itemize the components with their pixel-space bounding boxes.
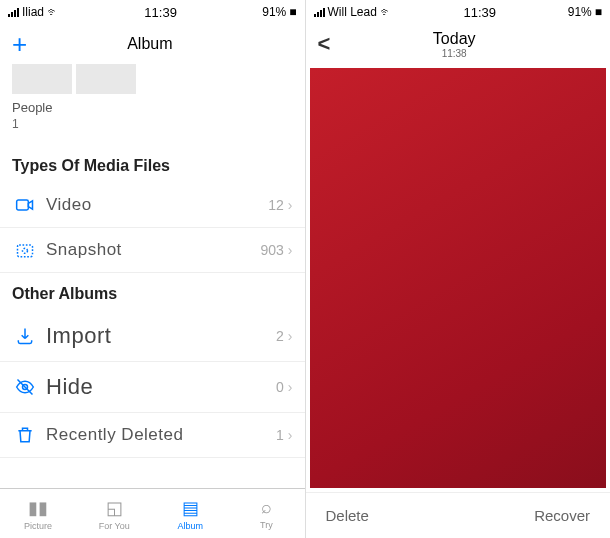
delete-button[interactable]: Delete: [326, 507, 369, 524]
recover-button[interactable]: Recover: [534, 507, 590, 524]
svg-point-2: [23, 248, 28, 253]
battery-icon: ■: [289, 5, 296, 19]
battery-pct: 91%: [568, 5, 592, 19]
import-icon: [12, 326, 38, 346]
row-label: Video: [38, 195, 268, 215]
status-bar: Iliad ᯤ 11:39 91% ■: [0, 0, 305, 24]
signal-icon: [314, 8, 325, 17]
chevron-right-icon: ›: [288, 328, 293, 344]
row-count: 12: [268, 197, 284, 213]
albums-screen: Iliad ᯤ 11:39 91% ■ + Album People 1 Typ…: [0, 0, 306, 538]
section-media-types: Types Of Media Files: [0, 145, 305, 183]
chevron-right-icon: ›: [288, 427, 293, 443]
tab-album[interactable]: ▤ Album: [152, 489, 228, 538]
tab-label: Picture: [24, 521, 52, 531]
add-button[interactable]: +: [12, 29, 27, 60]
album-thumbnails: [0, 64, 305, 100]
battery-icon: ■: [595, 5, 602, 19]
bottom-bar: Delete Recover: [306, 492, 611, 538]
row-count: 0: [276, 379, 284, 395]
page-title: Today 11:38: [330, 30, 578, 59]
row-count: 1: [276, 427, 284, 443]
tab-picture[interactable]: ▮▮ Picture: [0, 489, 76, 538]
chevron-right-icon: ›: [288, 197, 293, 213]
chevron-right-icon: ›: [288, 379, 293, 395]
carrier: Iliad: [22, 5, 44, 19]
row-hide[interactable]: Hide 0 ›: [0, 362, 305, 413]
svg-rect-0: [17, 200, 29, 210]
signal-icon: [8, 8, 19, 17]
wifi-icon: ᯤ: [380, 5, 392, 19]
video-icon: [12, 195, 38, 215]
battery-pct: 91%: [262, 5, 286, 19]
chevron-right-icon: ›: [288, 242, 293, 258]
thumbnail[interactable]: [76, 64, 136, 94]
row-video[interactable]: Video 12 ›: [0, 183, 305, 228]
picture-icon: ▮▮: [28, 497, 48, 519]
camera-icon: [12, 240, 38, 260]
search-icon: ⌕: [261, 497, 272, 518]
eye-off-icon: [12, 377, 38, 397]
people-label: People: [0, 100, 305, 117]
tab-foryou[interactable]: ◱ For You: [76, 489, 152, 538]
status-bar: Will Lead ᯤ 11:39 91% ■: [306, 0, 611, 24]
row-label: Hide: [38, 374, 276, 400]
tab-label: Try: [260, 520, 273, 530]
tab-label: For You: [99, 521, 130, 531]
tab-bar: ▮▮ Picture ◱ For You ▤ Album ⌕ Try: [0, 488, 305, 538]
nav-bar: < Today 11:38: [306, 24, 611, 64]
page-title: Album: [27, 35, 272, 53]
clock: 11:39: [144, 5, 177, 20]
trash-icon: [12, 425, 38, 445]
tab-search[interactable]: ⌕ Try: [228, 489, 304, 538]
clock: 11:39: [464, 5, 497, 20]
row-count: 903: [260, 242, 283, 258]
wifi-icon: ᯤ: [47, 5, 59, 19]
section-other-albums: Other Albums: [0, 273, 305, 311]
row-label: Snapshot: [38, 240, 260, 260]
back-button[interactable]: <: [318, 31, 331, 57]
people-count: 1: [0, 117, 305, 145]
row-label: Import: [38, 323, 276, 349]
nav-bar: + Album: [0, 24, 305, 64]
svg-rect-1: [18, 245, 33, 257]
photo-preview[interactable]: [310, 68, 607, 488]
row-count: 2: [276, 328, 284, 344]
subtitle: 11:38: [330, 48, 578, 59]
row-import[interactable]: Import 2 ›: [0, 311, 305, 362]
foryou-icon: ◱: [106, 497, 123, 519]
carrier: Will Lead: [328, 5, 377, 19]
row-snapshot[interactable]: Snapshot 903 ›: [0, 228, 305, 273]
photo-detail-screen: Will Lead ᯤ 11:39 91% ■ < Today 11:38 De…: [306, 0, 611, 538]
album-icon: ▤: [182, 497, 199, 519]
row-recently-deleted[interactable]: Recently Deleted 1 ›: [0, 413, 305, 458]
row-label: Recently Deleted: [38, 425, 276, 445]
thumbnail[interactable]: [12, 64, 72, 94]
tab-label: Album: [178, 521, 204, 531]
